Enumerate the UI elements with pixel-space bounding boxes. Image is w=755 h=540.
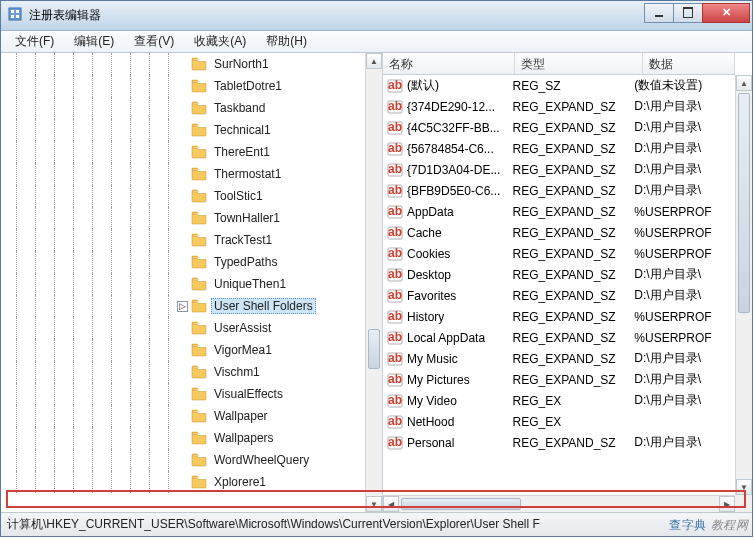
value-row[interactable]: PersonalREG_EXPAND_SZD:\用户目录\ bbox=[383, 432, 735, 453]
folder-icon bbox=[191, 101, 207, 115]
string-value-icon bbox=[387, 351, 403, 367]
folder-icon bbox=[191, 409, 207, 423]
list-scrollbar-horizontal[interactable]: ◀ ▶ bbox=[383, 495, 735, 512]
scroll-down-button[interactable]: ▼ bbox=[736, 479, 752, 495]
tree-item[interactable]: TrackTest1 bbox=[1, 229, 365, 251]
value-data: D:\用户目录\ bbox=[630, 371, 735, 388]
value-row[interactable]: (默认)REG_SZ(数值未设置) bbox=[383, 75, 735, 96]
value-data: %USERPROF bbox=[630, 226, 735, 240]
value-name: NetHood bbox=[407, 415, 454, 429]
folder-icon bbox=[191, 431, 207, 445]
tree-item-label: UserAssist bbox=[211, 320, 274, 336]
col-name[interactable]: 名称 bbox=[383, 53, 515, 74]
tree-item[interactable]: WordWheelQuery bbox=[1, 449, 365, 471]
menu-help[interactable]: 帮助(H) bbox=[256, 31, 317, 52]
titlebar[interactable]: 注册表编辑器 bbox=[1, 1, 752, 31]
tree-item[interactable]: Xplorere1 bbox=[1, 471, 365, 493]
tree-item[interactable]: VisualEffects bbox=[1, 383, 365, 405]
tree-item[interactable]: TabletDotre1 bbox=[1, 75, 365, 97]
menu-edit[interactable]: 编辑(E) bbox=[64, 31, 124, 52]
tree-item-label: UniqueThen1 bbox=[211, 276, 289, 292]
tree-item-label: SurNorth1 bbox=[211, 56, 272, 72]
scroll-right-button[interactable]: ▶ bbox=[719, 496, 735, 512]
value-name: My Music bbox=[407, 352, 458, 366]
value-name: Desktop bbox=[407, 268, 451, 282]
tree-item[interactable]: Technical1 bbox=[1, 119, 365, 141]
tree-item[interactable]: Taskband bbox=[1, 97, 365, 119]
folder-icon bbox=[191, 233, 207, 247]
value-type: REG_EX bbox=[509, 415, 631, 429]
tree-item-label: Vischm1 bbox=[211, 364, 263, 380]
svg-rect-2 bbox=[16, 10, 19, 13]
value-type: REG_EXPAND_SZ bbox=[509, 310, 631, 324]
menu-file[interactable]: 文件(F) bbox=[5, 31, 64, 52]
tree-item[interactable]: Thermostat1 bbox=[1, 163, 365, 185]
value-row[interactable]: AppDataREG_EXPAND_SZ%USERPROF bbox=[383, 201, 735, 222]
string-value-icon bbox=[387, 78, 403, 94]
tree-item[interactable]: ThereEnt1 bbox=[1, 141, 365, 163]
value-row[interactable]: FavoritesREG_EXPAND_SZD:\用户目录\ bbox=[383, 285, 735, 306]
value-type: REG_EXPAND_SZ bbox=[509, 289, 631, 303]
col-data[interactable]: 数据 bbox=[643, 53, 735, 74]
value-row[interactable]: CookiesREG_EXPAND_SZ%USERPROF bbox=[383, 243, 735, 264]
list-scrollbar-vertical[interactable]: ▲ ▼ bbox=[735, 75, 752, 495]
tree-item[interactable]: Wallpapers bbox=[1, 427, 365, 449]
value-row[interactable]: My PicturesREG_EXPAND_SZD:\用户目录\ bbox=[383, 369, 735, 390]
value-data: (数值未设置) bbox=[630, 77, 735, 94]
tree-item[interactable]: VigorMea1 bbox=[1, 339, 365, 361]
menu-view[interactable]: 查看(V) bbox=[124, 31, 184, 52]
tree-item[interactable]: TownHaller1 bbox=[1, 207, 365, 229]
value-row[interactable]: {56784854-C6...REG_EXPAND_SZD:\用户目录\ bbox=[383, 138, 735, 159]
value-row[interactable]: {4C5C32FF-BB...REG_EXPAND_SZD:\用户目录\ bbox=[383, 117, 735, 138]
scroll-left-button[interactable]: ◀ bbox=[383, 496, 399, 512]
svg-rect-4 bbox=[16, 15, 19, 18]
menu-favorites[interactable]: 收藏夹(A) bbox=[184, 31, 256, 52]
tree-item-label: VisualEffects bbox=[211, 386, 286, 402]
app-icon bbox=[7, 6, 23, 25]
value-row[interactable]: Local AppDataREG_EXPAND_SZ%USERPROF bbox=[383, 327, 735, 348]
value-data: D:\用户目录\ bbox=[630, 140, 735, 157]
tree-item[interactable]: SurNorth1 bbox=[1, 53, 365, 75]
value-type: REG_SZ bbox=[509, 79, 631, 93]
svg-rect-1 bbox=[11, 10, 14, 13]
value-row[interactable]: My VideoREG_EXD:\用户目录\ bbox=[383, 390, 735, 411]
value-row[interactable]: NetHoodREG_EX bbox=[383, 411, 735, 432]
value-row[interactable]: DesktopREG_EXPAND_SZD:\用户目录\ bbox=[383, 264, 735, 285]
tree-item-label: WordWheelQuery bbox=[211, 452, 312, 468]
tree-item[interactable]: Vischm1 bbox=[1, 361, 365, 383]
value-type: REG_EXPAND_SZ bbox=[509, 121, 631, 135]
close-button[interactable] bbox=[702, 3, 750, 23]
value-row[interactable]: My MusicREG_EXPAND_SZD:\用户目录\ bbox=[383, 348, 735, 369]
value-row[interactable]: HistoryREG_EXPAND_SZ%USERPROF bbox=[383, 306, 735, 327]
maximize-button[interactable] bbox=[673, 3, 703, 23]
value-data: %USERPROF bbox=[630, 247, 735, 261]
value-name: My Pictures bbox=[407, 373, 470, 387]
tree-item[interactable]: TypedPaths bbox=[1, 251, 365, 273]
value-name: {BFB9D5E0-C6... bbox=[407, 184, 500, 198]
value-row[interactable]: {374DE290-12...REG_EXPAND_SZD:\用户目录\ bbox=[383, 96, 735, 117]
scroll-up-button[interactable]: ▲ bbox=[736, 75, 752, 91]
folder-icon bbox=[191, 79, 207, 93]
tree-item-label: VigorMea1 bbox=[211, 342, 275, 358]
scroll-down-button[interactable]: ▼ bbox=[366, 496, 382, 512]
tree-item[interactable]: UserAssist bbox=[1, 317, 365, 339]
minimize-button[interactable] bbox=[644, 3, 674, 23]
value-name: My Video bbox=[407, 394, 457, 408]
tree-item[interactable]: ToolStic1 bbox=[1, 185, 365, 207]
value-name: Personal bbox=[407, 436, 454, 450]
string-value-icon bbox=[387, 330, 403, 346]
tree-scrollbar-vertical[interactable]: ▲ ▼ bbox=[365, 53, 382, 512]
value-row[interactable]: {7D1D3A04-DE...REG_EXPAND_SZD:\用户目录\ bbox=[383, 159, 735, 180]
tree-item[interactable]: ▷User Shell Folders bbox=[1, 295, 365, 317]
folder-icon bbox=[191, 123, 207, 137]
value-row[interactable]: CacheREG_EXPAND_SZ%USERPROF bbox=[383, 222, 735, 243]
statusbar: 计算机\HKEY_CURRENT_USER\Software\Microsoft… bbox=[1, 512, 752, 536]
scroll-up-button[interactable]: ▲ bbox=[366, 53, 382, 69]
expand-toggle[interactable]: ▷ bbox=[177, 301, 188, 312]
tree-item[interactable]: Wallpaper bbox=[1, 405, 365, 427]
col-type[interactable]: 类型 bbox=[515, 53, 643, 74]
value-row[interactable]: {BFB9D5E0-C6...REG_EXPAND_SZD:\用户目录\ bbox=[383, 180, 735, 201]
folder-icon bbox=[191, 365, 207, 379]
string-value-icon bbox=[387, 435, 403, 451]
tree-item[interactable]: UniqueThen1 bbox=[1, 273, 365, 295]
